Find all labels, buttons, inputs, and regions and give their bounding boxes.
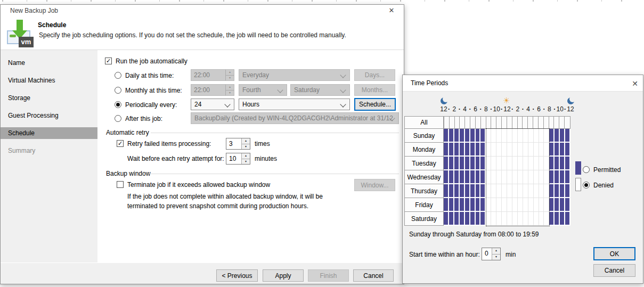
grid-cell-friday-20[interactable] <box>549 198 555 212</box>
grid-cell-wednesday-14[interactable] <box>518 170 523 184</box>
ok-button[interactable]: OK <box>593 247 635 260</box>
day-label-saturday[interactable]: Saturday <box>404 211 444 226</box>
days-button[interactable]: Days... <box>354 69 395 81</box>
grid-cell-saturday-3[interactable] <box>460 212 465 226</box>
day-label-monday[interactable]: Monday <box>404 142 444 157</box>
all-hours-row[interactable] <box>444 116 570 129</box>
monthly-week-combo[interactable]: Fourth <box>239 84 287 96</box>
grid-cell-sunday-0[interactable] <box>444 129 449 143</box>
grid-cell-saturday-20[interactable] <box>549 212 555 226</box>
grid-cell-wednesday-6[interactable] <box>476 170 481 184</box>
all-row-cell[interactable] <box>465 117 470 128</box>
grid-cell-thursday-17[interactable] <box>534 184 539 198</box>
grid-cell-monday-2[interactable] <box>454 143 460 157</box>
grid-cell-sunday-22[interactable] <box>560 129 565 143</box>
grid-cell-saturday-4[interactable] <box>465 212 470 226</box>
apply-button[interactable]: Apply <box>263 269 304 282</box>
grid-cell-tuesday-22[interactable] <box>560 157 565 170</box>
grid-cell-friday-5[interactable] <box>470 198 476 212</box>
grid-cell-friday-11[interactable] <box>502 198 507 212</box>
grid-cell-wednesday-18[interactable] <box>539 170 544 184</box>
sidebar-item-storage[interactable]: Storage <box>1 92 97 104</box>
grid-cell-sunday-14[interactable] <box>518 129 523 143</box>
periodically-radio[interactable] <box>115 101 121 108</box>
grid-cell-tuesday-11[interactable] <box>502 157 507 170</box>
grid-cell-wednesday-8[interactable] <box>486 170 491 184</box>
grid-cell-sunday-10[interactable] <box>496 129 502 143</box>
grid-cell-monday-1[interactable] <box>449 143 454 157</box>
grid-cell-saturday-19[interactable] <box>544 212 549 226</box>
grid-cell-thursday-19[interactable] <box>544 184 549 198</box>
grid-cell-tuesday-0[interactable] <box>444 157 449 170</box>
periodically-value-combo[interactable]: 24 <box>191 99 234 110</box>
grid-cell-thursday-14[interactable] <box>518 184 523 198</box>
wait-minutes-spinner[interactable]: 10 ▴▾ <box>226 153 250 165</box>
spin-down-icon[interactable]: ▾ <box>242 144 250 150</box>
grid-cell-friday-6[interactable] <box>476 198 481 212</box>
grid-cell-monday-21[interactable] <box>555 143 560 157</box>
all-row-cell[interactable] <box>544 117 549 128</box>
spin-down-icon[interactable]: ▾ <box>492 255 500 260</box>
all-row-cell[interactable] <box>512 117 518 128</box>
run-automatically-checkbox[interactable]: ✓ <box>105 58 112 64</box>
sidebar-item-guest-processing[interactable]: Guest Processing <box>1 110 97 121</box>
grid-cell-saturday-6[interactable] <box>476 212 481 226</box>
all-row-cell[interactable] <box>496 117 502 128</box>
terminate-job-checkbox[interactable] <box>117 181 124 188</box>
grid-cell-tuesday-9[interactable] <box>491 157 496 170</box>
grid-cell-tuesday-5[interactable] <box>470 157 476 170</box>
grid-cell-saturday-11[interactable] <box>502 212 507 226</box>
grid-cell-monday-3[interactable] <box>460 143 465 157</box>
grid-cell-sunday-19[interactable] <box>544 129 549 143</box>
grid-cell-sunday-15[interactable] <box>523 129 528 143</box>
grid-cell-monday-9[interactable] <box>491 143 496 157</box>
grid-cell-thursday-1[interactable] <box>449 184 454 198</box>
grid-cell-wednesday-4[interactable] <box>465 170 470 184</box>
grid-cell-thursday-15[interactable] <box>523 184 528 198</box>
grid-cell-wednesday-5[interactable] <box>470 170 476 184</box>
all-row-cell[interactable] <box>533 117 539 128</box>
grid-cell-saturday-23[interactable] <box>565 212 570 226</box>
grid-cell-saturday-8[interactable] <box>486 212 491 226</box>
day-label-all[interactable]: All <box>404 116 444 129</box>
grid-cell-saturday-0[interactable] <box>444 212 449 226</box>
grid-cell-monday-23[interactable] <box>565 143 570 157</box>
grid-cell-tuesday-2[interactable] <box>454 157 460 170</box>
sidebar-item-summary[interactable]: Summary <box>1 145 97 157</box>
all-row-cell[interactable] <box>559 117 565 128</box>
grid-cell-tuesday-8[interactable] <box>486 157 491 170</box>
grid-cell-wednesday-19[interactable] <box>544 170 549 184</box>
all-row-cell[interactable] <box>565 117 570 128</box>
grid-cell-saturday-18[interactable] <box>539 212 544 226</box>
schedule-grid[interactable] <box>444 129 570 226</box>
after-job-radio[interactable] <box>115 115 121 122</box>
grid-cell-friday-21[interactable] <box>555 198 560 212</box>
grid-cell-wednesday-17[interactable] <box>534 170 539 184</box>
grid-cell-friday-16[interactable] <box>528 198 534 212</box>
grid-cell-monday-7[interactable] <box>480 143 486 157</box>
grid-cell-thursday-22[interactable] <box>560 184 565 198</box>
spin-down-icon[interactable]: ▾ <box>226 91 234 96</box>
grid-cell-friday-3[interactable] <box>460 198 465 212</box>
grid-cell-saturday-16[interactable] <box>528 212 534 226</box>
tp-cancel-button[interactable]: Cancel <box>593 264 635 277</box>
grid-cell-sunday-4[interactable] <box>465 129 470 143</box>
grid-cell-thursday-8[interactable] <box>486 184 491 198</box>
grid-cell-sunday-16[interactable] <box>528 129 534 143</box>
monthly-time-spinner[interactable]: 22:00 ▴▾ <box>191 84 234 96</box>
grid-cell-friday-12[interactable] <box>507 198 512 212</box>
grid-cell-thursday-2[interactable] <box>454 184 460 198</box>
grid-cell-thursday-18[interactable] <box>539 184 544 198</box>
retry-count-spinner[interactable]: 3 ▴▾ <box>226 138 250 150</box>
day-label-sunday[interactable]: Sunday <box>404 128 444 143</box>
grid-cell-wednesday-11[interactable] <box>502 170 507 184</box>
grid-cell-thursday-21[interactable] <box>555 184 560 198</box>
grid-cell-wednesday-3[interactable] <box>460 170 465 184</box>
grid-cell-monday-4[interactable] <box>465 143 470 157</box>
grid-cell-monday-12[interactable] <box>507 143 512 157</box>
close-icon[interactable]: ✕ <box>386 6 397 15</box>
grid-cell-thursday-5[interactable] <box>470 184 476 198</box>
grid-cell-monday-20[interactable] <box>549 143 555 157</box>
grid-cell-wednesday-23[interactable] <box>565 170 570 184</box>
grid-cell-monday-6[interactable] <box>476 143 481 157</box>
